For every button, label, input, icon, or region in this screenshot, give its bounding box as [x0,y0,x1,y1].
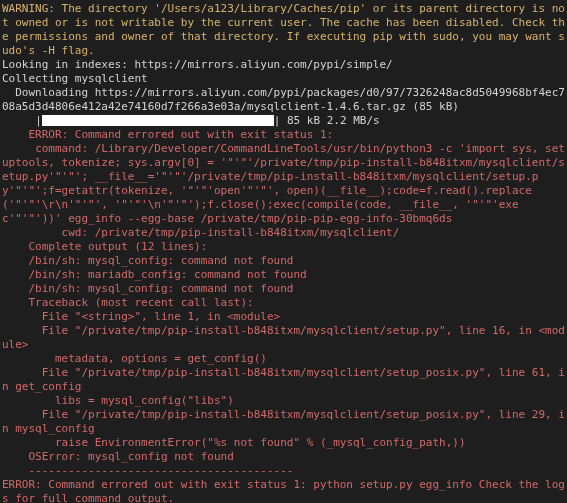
error-line: ERROR: Command errored out with exit sta… [2,128,333,141]
looking-line: Looking in indexes: https://mirrors.aliy… [2,58,393,71]
error-line: raise EnvironmentError("%s not found" % … [2,436,466,449]
error-line: /bin/sh: mysql_config: command not found [2,254,293,267]
progress-prefix: | [2,114,42,127]
error-line: command: /Library/Developer/CommandLineT… [2,142,565,225]
error-line: File "<string>", line 1, in <module> [2,310,280,323]
error-line: OSError: mysql_config not found [2,450,234,463]
error-line: File "/private/tmp/pip-install-b848itxm/… [2,408,565,435]
error-line: File "/private/tmp/pip-install-b848itxm/… [2,324,565,351]
error-line: Traceback (most recent call last): [2,296,254,309]
error-line: libs = mysql_config("libs") [2,394,234,407]
error-line: /bin/sh: mariadb_config: command not fou… [2,268,307,281]
error-line: Complete output (12 lines): [2,240,207,253]
collecting-line: Collecting mysqlclient [2,72,148,85]
error-line: /bin/sh: mysql_config: command not found [2,282,293,295]
error-line: metadata, options = get_config() [2,352,267,365]
error-final: ERROR: Command errored out with exit sta… [2,478,565,503]
terminal-output: WARNING: The directory '/Users/a123/Libr… [0,0,567,503]
progress-suffix: | 85 kB 2.2 MB/s [274,114,380,127]
warning-text: The directory '/Users/a123/Library/Cache… [2,2,565,57]
warning-label: WARNING: [2,2,55,15]
error-line: cwd: /private/tmp/pip-install-b848itxm/m… [2,226,399,239]
downloading-line: Downloading https://mirrors.aliyun.com/p… [2,86,565,113]
error-line: File "/private/tmp/pip-install-b848itxm/… [2,366,565,393]
progress-bar [42,115,274,126]
error-line: ---------------------------------------- [2,464,293,477]
